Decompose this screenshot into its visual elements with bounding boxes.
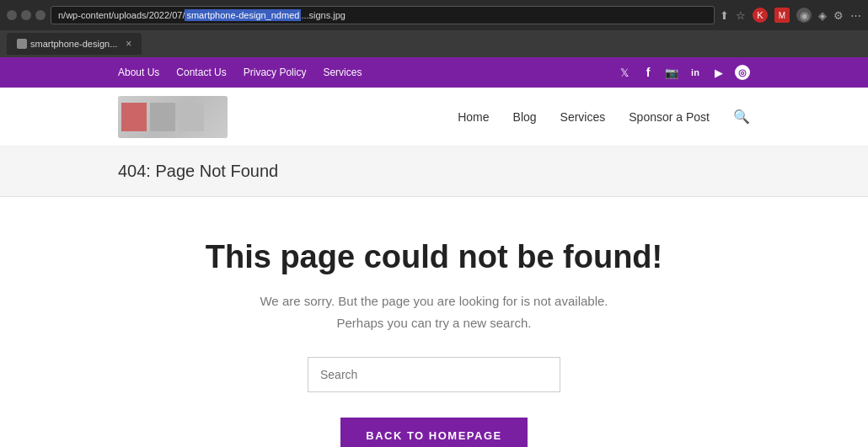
share-icon[interactable]: ⬆ xyxy=(720,9,729,22)
search-container xyxy=(308,357,560,392)
main-navigation: Home Blog Services Sponsor a Post 🔍 xyxy=(0,88,868,146)
nav-sponsor[interactable]: Sponsor a Post xyxy=(629,110,710,124)
search-icon[interactable]: 🔍 xyxy=(733,109,750,125)
rss-icon[interactable]: ◈ xyxy=(818,9,827,22)
active-tab[interactable]: smartphone-design... × xyxy=(7,33,142,55)
error-subtext-line2: Perhaps you can try a new search. xyxy=(260,312,608,334)
error-subtext-line1: We are sorry. But the page you are looki… xyxy=(260,290,608,312)
twitter-icon[interactable]: 𝕏 xyxy=(617,65,632,80)
site-logo xyxy=(118,96,228,138)
gmail-icon[interactable]: M xyxy=(774,8,790,23)
social-icons-bar: 𝕏 f 📷 in ▶ ◎ xyxy=(617,65,750,80)
top-nav-about-us[interactable]: About Us xyxy=(118,67,159,78)
top-navigation-bar: About Us Contact Us Privacy Policy Servi… xyxy=(0,57,868,88)
logo-block-2 xyxy=(150,103,175,131)
settings-icon[interactable]: ⚙ xyxy=(833,9,844,22)
error-heading: This page could not be found! xyxy=(206,239,663,275)
url-highlighted: smartphone-design_ndmed xyxy=(185,9,301,21)
top-nav-links: About Us Contact Us Privacy Policy Servi… xyxy=(118,67,362,78)
back-to-homepage-button[interactable]: BACK TO HOMEPAGE xyxy=(340,418,527,447)
overflow-icon[interactable]: ⋯ xyxy=(850,9,861,22)
top-nav-services[interactable]: Services xyxy=(323,67,362,78)
browser-dot-yellow xyxy=(21,10,31,20)
browser-window-controls xyxy=(7,10,46,20)
instagram-icon[interactable]: 📷 xyxy=(664,65,679,80)
tab-title: smartphone-design... xyxy=(30,39,117,49)
search-input[interactable] xyxy=(308,357,560,392)
top-nav-privacy-policy[interactable]: Privacy Policy xyxy=(244,67,307,78)
nav-services[interactable]: Services xyxy=(560,110,606,124)
error-content-area: This page could not be found! We are sor… xyxy=(0,197,868,447)
browser-tabs-bar: smartphone-design... × xyxy=(0,30,868,57)
linkedin-icon[interactable]: in xyxy=(688,65,703,80)
facebook-icon[interactable]: f xyxy=(640,65,656,80)
page-header-title: 404: Page Not Found xyxy=(118,162,750,181)
browser-toolbar-icons: ⬆ ☆ K M ◉ ◈ ⚙ ⋯ xyxy=(720,8,861,23)
tab-close[interactable]: × xyxy=(126,38,131,50)
feed-icon[interactable]: ◎ xyxy=(735,65,750,80)
profile-icon-k[interactable]: K xyxy=(753,8,768,23)
page-header: 404: Page Not Found xyxy=(0,146,868,197)
youtube-icon[interactable]: ▶ xyxy=(711,65,726,80)
tab-favicon xyxy=(17,39,27,49)
main-nav-links: Home Blog Services Sponsor a Post 🔍 xyxy=(458,109,750,125)
browser-dot-green xyxy=(35,10,46,20)
extension-icon[interactable]: ◉ xyxy=(796,8,812,23)
bookmark-icon[interactable]: ☆ xyxy=(736,9,746,22)
nav-blog[interactable]: Blog xyxy=(513,110,537,124)
error-subtext: We are sorry. But the page you are looki… xyxy=(260,290,608,333)
logo-image xyxy=(118,96,228,138)
url-suffix: ...signs.jpg xyxy=(301,10,346,20)
nav-home[interactable]: Home xyxy=(458,110,489,124)
address-bar[interactable]: n/wp-content/uploads/2022/07/smartphone-… xyxy=(51,6,715,24)
logo-block-1 xyxy=(121,103,147,131)
url-prefix: n/wp-content/uploads/2022/07/ xyxy=(58,10,185,20)
logo-block-3 xyxy=(179,103,204,131)
top-nav-contact-us[interactable]: Contact Us xyxy=(176,67,226,78)
browser-chrome: n/wp-content/uploads/2022/07/smartphone-… xyxy=(0,0,868,30)
browser-dot-red xyxy=(7,10,17,20)
logo-area xyxy=(118,96,228,138)
